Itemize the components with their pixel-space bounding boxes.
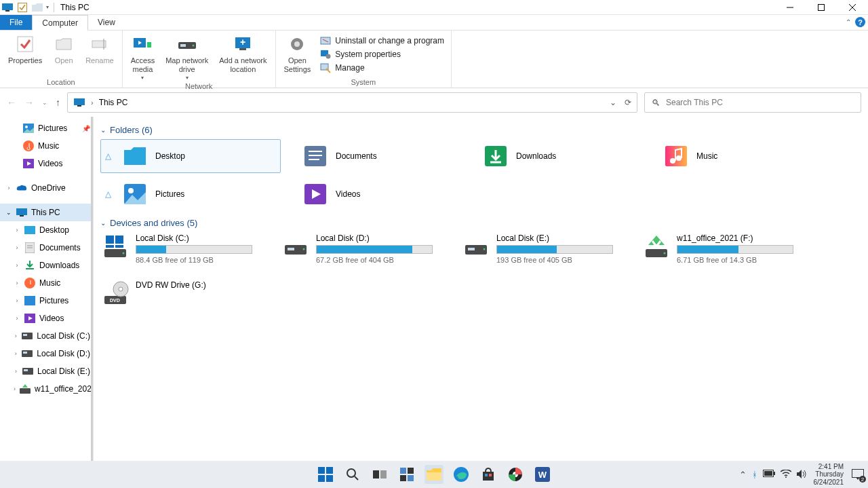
chevron-right-icon[interactable]: › (14, 333, 18, 339)
group-header-drives[interactable]: ⌄ Devices and drives (5) (100, 218, 861, 228)
svg-rect-4 (818, 4, 825, 10)
help-icon[interactable]: ? (855, 17, 865, 27)
bluetooth-icon[interactable]: ᚼ (752, 470, 757, 480)
chevron-right-icon[interactable]: › (14, 315, 20, 322)
taskbar-edge[interactable] (452, 465, 471, 484)
folder-item[interactable]: Videos (281, 177, 461, 211)
sidebar-item[interactable]: ›Desktop (0, 221, 93, 239)
nav-back-button[interactable]: ← (7, 97, 16, 108)
start-button[interactable] (316, 465, 335, 484)
label: Videos (38, 159, 62, 168)
scrollbar[interactable] (91, 117, 93, 470)
drive-item[interactable]: Local Disk (C:)88.4 GB free of 119 GB (100, 232, 281, 265)
properties-button[interactable]: Properties (5, 32, 45, 67)
group-label-network: Network (128, 82, 270, 92)
breadcrumb-item[interactable]: This PC (99, 98, 128, 107)
chevron-right-icon[interactable]: › (14, 244, 20, 251)
chevron-right-icon[interactable]: › (14, 262, 20, 269)
drive-item[interactable]: DVDDVD RW Drive (G:) (100, 279, 281, 309)
chevron-right-icon[interactable]: › (14, 368, 18, 375)
sidebar-item-pictures[interactable]: Pictures 📌 (0, 119, 93, 137)
access-media-button[interactable]: Access media ▾ (128, 32, 157, 82)
sidebar-item[interactable]: ›Local Disk (C:) (0, 327, 93, 345)
folder-item[interactable]: Music (642, 139, 822, 173)
open-settings-button[interactable]: Open Settings (281, 32, 314, 75)
taskbar-media[interactable] (506, 465, 525, 484)
chevron-right-icon[interactable]: › (14, 386, 16, 392)
sidebar-item[interactable]: ›Music (0, 274, 93, 292)
manage-button[interactable]: Manage (319, 62, 446, 74)
qat-checkbox-icon[interactable] (16, 1, 28, 14)
nav-up-button[interactable]: ↑ (56, 97, 60, 108)
folder-item[interactable]: △Pictures (100, 177, 281, 211)
sidebar-item-music[interactable]: Music (0, 137, 93, 155)
task-view-button[interactable] (370, 465, 389, 484)
address-bar[interactable]: › This PC ⌄ ⟳ (67, 92, 637, 113)
tab-file[interactable]: File (0, 15, 32, 30)
sidebar-item[interactable]: ›Pictures (0, 292, 93, 309)
nav-forward-button[interactable]: → (24, 97, 34, 108)
chevron-down-icon[interactable]: ⌄ (5, 209, 12, 216)
sidebar-item[interactable]: ›Local Disk (E:) (0, 362, 93, 380)
label: Uninstall or change a program (335, 36, 444, 45)
wifi-icon[interactable] (781, 470, 791, 480)
qat-folder-icon[interactable] (31, 1, 43, 14)
address-dropdown-icon[interactable]: ⌄ (610, 98, 616, 107)
map-drive-button[interactable]: Map network drive ▾ (163, 32, 211, 82)
add-network-location-button[interactable]: + Add a network location (216, 32, 269, 75)
qat-dropdown-icon[interactable]: ▾ (46, 4, 49, 10)
widgets-button[interactable] (397, 465, 416, 484)
system-properties-button[interactable]: System properties (319, 48, 446, 60)
ribbon-collapse-icon[interactable]: ⌃ (846, 18, 851, 26)
folder-item[interactable]: Documents (281, 139, 461, 173)
drive-item[interactable]: w11_office_2021 (F:)6.71 GB free of 14.3… (642, 232, 822, 265)
sidebar-item[interactable]: ›Videos (0, 309, 93, 327)
search-box[interactable]: 🔍︎ (644, 92, 861, 113)
taskbar-file-explorer[interactable] (425, 465, 443, 484)
drive-name: w11_office_2021 (F:) (677, 233, 821, 243)
group-header-folders[interactable]: ⌄ Folders (6) (100, 125, 861, 135)
battery-icon[interactable] (763, 470, 775, 480)
chevron-down-icon[interactable]: ⌄ (100, 219, 106, 227)
sidebar-item[interactable]: ›Downloads (0, 257, 93, 274)
chevron-right-icon[interactable]: › (14, 297, 20, 304)
folder-item[interactable]: △Desktop (100, 139, 281, 173)
refresh-button[interactable]: ⟳ (625, 98, 631, 107)
drive-item[interactable]: Local Disk (E:)193 GB free of 405 GB (461, 232, 642, 265)
breadcrumb-chevron-icon[interactable]: › (91, 98, 94, 107)
drive-item[interactable]: Local Disk (D:)67.2 GB free of 404 GB (281, 232, 461, 265)
sidebar-item-onedrive[interactable]: › OneDrive (0, 179, 93, 197)
svg-point-62 (123, 252, 125, 255)
sidebar-item-videos[interactable]: Videos (0, 155, 93, 172)
taskbar-word[interactable]: W (533, 465, 552, 484)
rename-button[interactable]: Rename (83, 32, 117, 67)
chevron-right-icon[interactable]: › (14, 280, 20, 286)
navigation-pane: Pictures 📌 Music Videos › OneDrive ⌄ Thi… (0, 117, 94, 470)
nav-history-dropdown[interactable]: ⌄ (42, 99, 47, 106)
sidebar-item[interactable]: ›Local Disk (D:) (0, 345, 93, 362)
maximize-button[interactable] (806, 0, 837, 15)
chevron-down-icon[interactable]: ⌄ (100, 126, 106, 134)
open-button[interactable]: Open (50, 32, 77, 67)
uninstall-program-button[interactable]: Uninstall or change a program (319, 35, 446, 47)
search-input[interactable] (666, 98, 854, 107)
chevron-right-icon[interactable]: › (14, 350, 18, 357)
chevron-right-icon[interactable]: › (5, 185, 12, 191)
volume-icon[interactable] (797, 470, 807, 480)
svg-point-14 (192, 45, 194, 47)
taskbar-store[interactable] (479, 465, 498, 484)
taskbar-search-button[interactable] (343, 465, 362, 484)
sidebar-item-this-pc[interactable]: ⌄ This PC (0, 204, 93, 221)
tray-overflow-icon[interactable]: ⌃ (739, 470, 747, 480)
notifications-button[interactable]: 2 (850, 467, 865, 482)
minimize-button[interactable] (774, 0, 806, 15)
sidebar-item[interactable]: ›w11_office_2021 (0, 380, 93, 398)
folder-item[interactable]: Downloads (461, 139, 642, 173)
taskbar-clock[interactable]: 2:41 PM Thursday 6/24/2021 (814, 463, 844, 487)
tab-computer[interactable]: Computer (32, 15, 88, 31)
sidebar-item[interactable]: ›Documents (0, 239, 93, 257)
pictures-icon (23, 123, 34, 134)
close-button[interactable] (837, 0, 868, 15)
tab-view[interactable]: View (88, 15, 125, 30)
chevron-right-icon[interactable]: › (14, 227, 20, 233)
